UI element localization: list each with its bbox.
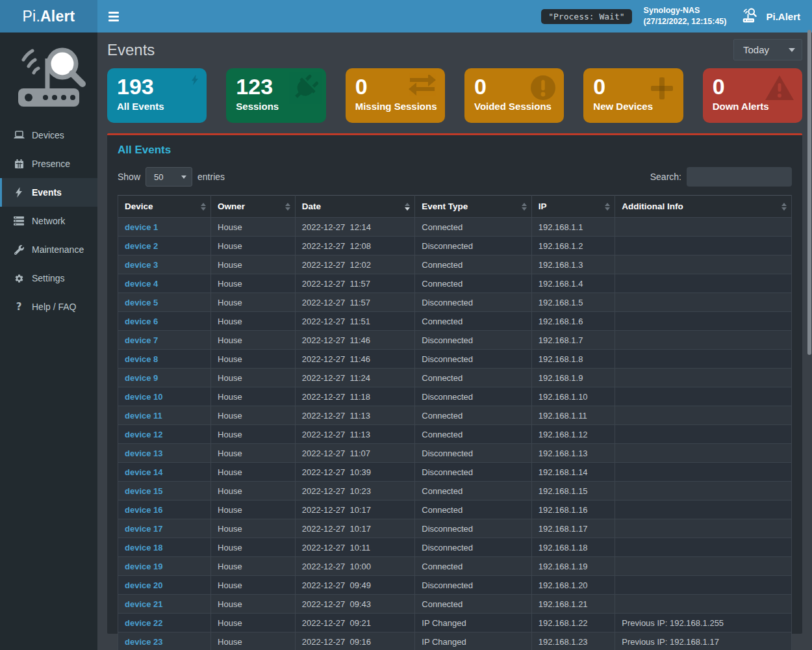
cell-additional-info (615, 255, 792, 274)
device-link[interactable]: device 11 (125, 411, 162, 421)
sidebar-item-label: Settings (32, 273, 65, 283)
cell-additional-info (615, 576, 792, 595)
cell-owner: House (211, 255, 296, 274)
column-header-device[interactable]: Device (118, 196, 211, 218)
user-menu[interactable]: Pi.Alert (738, 0, 803, 32)
table-body: device 1House2022-12-27 12:14Connected19… (118, 218, 792, 650)
column-header-date[interactable]: Date (295, 196, 415, 218)
cell-owner: House (211, 519, 296, 538)
cell-ip: 192.168.1.23 (531, 632, 615, 650)
cell-date: 2022-12-27 11:46 (295, 331, 415, 350)
server-icon (13, 216, 25, 226)
period-select[interactable]: Today (733, 39, 802, 60)
search-input[interactable] (687, 167, 792, 187)
column-header-owner[interactable]: Owner (211, 196, 296, 218)
cell-owner: House (211, 350, 296, 369)
device-link[interactable]: device 23 (125, 637, 163, 647)
device-link[interactable]: device 8 (125, 354, 158, 364)
entries-label: entries (197, 172, 225, 182)
cell-event-type: Connected (415, 274, 531, 293)
cell-date: 2022-12-27 10:11 (295, 538, 415, 557)
cell-ip: 192.168.1.5 (531, 293, 615, 312)
cell-owner: House (211, 425, 296, 444)
cell-additional-info (615, 312, 792, 331)
cell-ip: 192.168.1.14 (531, 463, 615, 482)
sidebar-item-presence[interactable]: Presence (0, 150, 97, 178)
cell-device: device 18 (118, 538, 211, 557)
cell-owner: House (211, 632, 296, 650)
page-length-select[interactable]: 50 (146, 167, 192, 187)
sidebar-item-devices[interactable]: Devices (0, 121, 97, 150)
table-row: device 6House2022-12-27 11:51Connected19… (118, 312, 792, 331)
device-link[interactable]: device 5 (125, 298, 158, 307)
cell-owner: House (211, 463, 296, 482)
column-header-label: Device (125, 202, 153, 211)
brand-logo[interactable]: Pi.Alert (0, 0, 97, 32)
cell-date: 2022-12-27 09:16 (295, 632, 415, 650)
card-value: 193 (117, 75, 197, 99)
device-link[interactable]: device 12 (125, 430, 163, 439)
device-link[interactable]: device 4 (125, 279, 158, 289)
device-link[interactable]: device 2 (125, 241, 158, 251)
device-link[interactable]: device 10 (125, 392, 163, 402)
sidebar-item-label: Help / FAQ (32, 302, 76, 312)
device-link[interactable]: device 15 (125, 486, 163, 496)
sidebar-item-help-faq[interactable]: ?Help / FAQ (0, 292, 97, 321)
plug-icon (292, 75, 318, 103)
table-row: device 23House2022-12-27 09:16IP Changed… (118, 632, 792, 650)
device-link[interactable]: device 21 (125, 599, 163, 609)
sidebar-item-network[interactable]: Network (0, 207, 97, 235)
cell-ip: 192.168.1.21 (531, 595, 615, 614)
cell-date: 2022-12-27 10:17 (295, 519, 415, 538)
cell-additional-info (615, 482, 792, 500)
sort-icon (285, 203, 290, 211)
vertical-scrollbar[interactable] (807, 0, 812, 650)
sidebar-item-maintenance[interactable]: Maintenance (0, 235, 97, 264)
cell-event-type: Disconnected (415, 519, 531, 538)
cell-ip: 192.168.1.18 (531, 538, 615, 557)
device-link[interactable]: device 14 (125, 467, 163, 477)
page-length-value: 50 (154, 172, 163, 182)
cell-ip: 192.168.1.1 (531, 218, 615, 237)
device-link[interactable]: device 16 (125, 505, 163, 515)
sort-icon (201, 203, 206, 211)
cell-additional-info: Previous IP: 192.168.1.17 (615, 632, 792, 650)
cell-ip: 192.168.1.15 (531, 482, 615, 500)
device-link[interactable]: device 22 (125, 618, 163, 628)
cell-date: 2022-12-27 10:00 (295, 557, 415, 576)
sort-icon (605, 203, 610, 211)
bolt-icon (191, 75, 199, 88)
device-link[interactable]: device 19 (125, 562, 163, 571)
device-link[interactable]: device 17 (125, 524, 163, 534)
device-link[interactable]: device 20 (125, 580, 163, 590)
cell-event-type: Disconnected (415, 387, 531, 406)
card-label: All Events (117, 101, 197, 112)
device-link[interactable]: device 3 (125, 260, 158, 270)
pialert-router-icon (741, 7, 760, 26)
chevron-down-icon (789, 48, 795, 52)
device-link[interactable]: device 13 (125, 448, 163, 458)
hamburger-menu-icon[interactable] (103, 0, 125, 32)
column-header-ip[interactable]: IP (531, 196, 615, 218)
events-table: DeviceOwnerDateEvent TypeIPAdditional In… (118, 195, 792, 650)
table-row: device 2House2022-12-27 12:08Disconnecte… (118, 237, 792, 255)
table-row: device 13House2022-12-27 11:07Disconnect… (118, 444, 792, 463)
device-link[interactable]: device 6 (125, 317, 158, 326)
table-row: device 8House2022-12-27 11:46Disconnecte… (118, 350, 792, 369)
device-link[interactable]: device 7 (125, 335, 158, 345)
sort-icon (405, 203, 410, 211)
table-row: device 21House2022-12-27 09:43Connected1… (118, 595, 792, 614)
cell-event-type: Disconnected (415, 350, 531, 369)
device-link[interactable]: device 18 (125, 543, 163, 552)
sidebar-item-settings[interactable]: Settings (0, 264, 97, 292)
scrollbar-thumb[interactable] (807, 30, 811, 355)
cell-ip: 192.168.1.2 (531, 237, 615, 255)
device-link[interactable]: device 9 (125, 373, 158, 383)
cell-owner: House (211, 482, 296, 500)
column-header-event-type[interactable]: Event Type (415, 196, 531, 218)
column-header-additional-info[interactable]: Additional Info (615, 196, 792, 218)
sidebar-item-events[interactable]: Events (0, 178, 97, 207)
cell-device: device 13 (118, 444, 211, 463)
table-header-row: DeviceOwnerDateEvent TypeIPAdditional In… (118, 196, 792, 218)
device-link[interactable]: device 1 (125, 222, 158, 232)
